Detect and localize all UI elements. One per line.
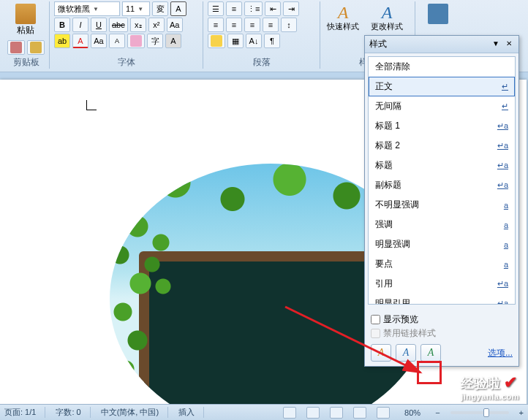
- style-item[interactable]: 副标题↵a: [369, 175, 515, 195]
- style-item[interactable]: 无间隔↵: [369, 96, 515, 116]
- disable-linked-input[interactable]: [371, 329, 380, 338]
- styles-pane-header[interactable]: 样式 ▼ ✕: [365, 36, 518, 53]
- cut-icon: [10, 42, 22, 53]
- bucket-icon: [211, 35, 222, 47]
- bold-button[interactable]: B: [54, 18, 70, 32]
- zoom-out-button[interactable]: −: [435, 408, 440, 417]
- binoculars-icon: [428, 4, 448, 24]
- change-case-button[interactable]: Aa: [167, 18, 183, 32]
- zoom-slider-thumb[interactable]: [483, 408, 489, 417]
- multilevel-button[interactable]: ⋮≡: [244, 1, 263, 16]
- view-draft-button[interactable]: [377, 407, 390, 419]
- style-item-mark: a: [504, 221, 508, 229]
- style-item-name: 副标题: [375, 179, 497, 191]
- line-spacing-button[interactable]: ↕: [281, 18, 297, 32]
- enclose-char-button[interactable]: 字: [147, 34, 163, 48]
- bullets-button[interactable]: ☰: [208, 1, 224, 16]
- view-print-layout-button[interactable]: [283, 407, 296, 419]
- font-size-combo[interactable]: 11▼: [122, 1, 150, 16]
- quick-styles-icon: A: [338, 4, 349, 21]
- style-item[interactable]: 全部清除: [369, 57, 515, 77]
- style-item[interactable]: 不明显强调a: [369, 195, 515, 215]
- indent-dec-button[interactable]: ⇤: [265, 1, 281, 16]
- shrink-font-button[interactable]: A: [109, 34, 125, 48]
- clear-format-button[interactable]: [127, 34, 145, 48]
- numbering-button[interactable]: ≡: [226, 1, 242, 16]
- pane-close-button[interactable]: ✕: [504, 39, 514, 50]
- change-styles-label: 更改样式: [371, 21, 403, 32]
- style-item-name: 引用: [375, 278, 497, 290]
- change-styles-button[interactable]: A 更改样式: [369, 1, 405, 34]
- styles-list[interactable]: 全部清除正文↵无间隔↵标题 1↵a标题 2↵a标题↵a副标题↵a不明显强调a强调…: [368, 56, 516, 305]
- style-item[interactable]: 明显强调a: [369, 234, 515, 254]
- status-insert-mode[interactable]: 插入: [178, 407, 204, 418]
- font-size-value: 11: [126, 4, 135, 13]
- paste-label: 粘贴: [10, 24, 42, 37]
- change-styles-icon: A: [382, 4, 393, 21]
- view-fullscreen-button[interactable]: [306, 407, 320, 419]
- underline-button[interactable]: U: [91, 18, 107, 32]
- sort-button[interactable]: A↓: [246, 34, 262, 48]
- manage-styles-button[interactable]: A: [420, 344, 441, 362]
- new-style-button[interactable]: A: [371, 344, 391, 362]
- style-item[interactable]: 标题↵a: [369, 156, 515, 175]
- highlight-button[interactable]: ab: [54, 34, 70, 48]
- zoom-slider[interactable]: [450, 411, 509, 414]
- show-preview-checkbox[interactable]: 显示预览: [371, 313, 513, 326]
- status-page[interactable]: 页面: 1/1: [4, 407, 45, 418]
- style-item[interactable]: 标题 1↵a: [369, 116, 515, 136]
- disable-linked-checkbox[interactable]: 禁用链接样式: [371, 327, 513, 340]
- paste-button[interactable]: 粘贴: [7, 1, 44, 39]
- borders-button[interactable]: ▦: [227, 34, 244, 48]
- status-language[interactable]: 中文(简体, 中国): [101, 407, 168, 418]
- style-item-mark: ↵: [502, 102, 508, 111]
- show-preview-label: 显示预览: [383, 313, 418, 326]
- cut-button[interactable]: [7, 40, 25, 55]
- paste-icon: [15, 4, 36, 24]
- style-item[interactable]: 要点a: [369, 254, 515, 274]
- char-shading-button[interactable]: A: [165, 34, 181, 48]
- grow-font-button[interactable]: Aa: [91, 34, 107, 48]
- style-item[interactable]: 标题 2↵a: [369, 136, 515, 156]
- status-zoom-value[interactable]: 80%: [404, 408, 420, 417]
- pane-dropdown-button[interactable]: ▼: [491, 39, 501, 50]
- font-name-combo[interactable]: 微软雅黑▼: [54, 1, 120, 16]
- show-preview-input[interactable]: [371, 315, 380, 324]
- view-web-button[interactable]: [330, 407, 343, 419]
- status-words[interactable]: 字数: 0: [56, 407, 90, 418]
- style-item-name: 无间隔: [375, 100, 502, 112]
- justify-button[interactable]: ≡: [263, 18, 279, 32]
- align-left-button[interactable]: ≡: [208, 18, 224, 32]
- style-item[interactable]: 明显引用↵a: [369, 294, 515, 305]
- zoom-in-button[interactable]: +: [519, 408, 524, 417]
- font-color-button[interactable]: A: [72, 34, 88, 48]
- style-item-name: 不明显强调: [375, 199, 504, 211]
- style-inspector-button[interactable]: A: [396, 344, 416, 362]
- phonetic-guide-button[interactable]: 変: [152, 1, 168, 16]
- group-clipboard-label: 剪贴板: [7, 55, 45, 69]
- disable-linked-label: 禁用链接样式: [383, 327, 436, 340]
- format-painter-button[interactable]: [27, 40, 45, 55]
- style-item[interactable]: 正文↵: [369, 77, 515, 96]
- style-item-mark: ↵a: [497, 279, 508, 289]
- style-item[interactable]: 强调a: [369, 215, 515, 234]
- style-item-mark: ↵a: [497, 180, 508, 190]
- shading-button[interactable]: [208, 34, 225, 48]
- quick-styles-label: 快速样式: [327, 21, 359, 32]
- find-button[interactable]: [420, 1, 456, 26]
- char-border-button[interactable]: A: [170, 1, 186, 16]
- indent-inc-button[interactable]: ⇥: [283, 1, 299, 16]
- styles-options-link[interactable]: 选项...: [488, 347, 513, 359]
- superscript-button[interactable]: x²: [148, 18, 165, 32]
- quick-styles-button[interactable]: A 快速样式: [325, 1, 361, 34]
- align-right-button[interactable]: ≡: [244, 18, 260, 32]
- italic-button[interactable]: I: [72, 18, 88, 32]
- brush-icon: [30, 42, 42, 53]
- align-center-button[interactable]: ≡: [226, 18, 242, 32]
- view-outline-button[interactable]: [353, 407, 366, 419]
- subscript-button[interactable]: x₂: [130, 18, 146, 32]
- strike-button[interactable]: abc: [109, 18, 128, 32]
- style-item-mark: ↵a: [497, 141, 508, 150]
- show-marks-button[interactable]: ¶: [264, 34, 280, 48]
- style-item[interactable]: 引用↵a: [369, 274, 515, 294]
